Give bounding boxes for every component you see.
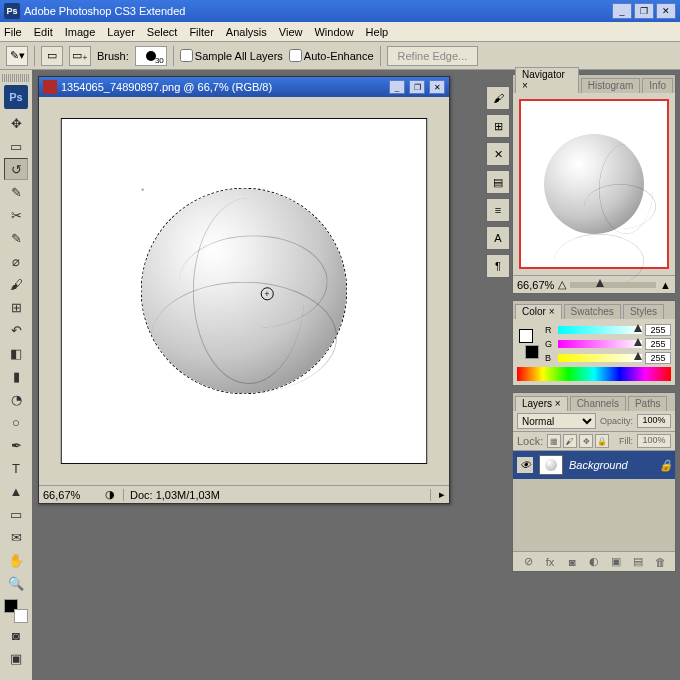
menu-image[interactable]: Image — [65, 26, 96, 38]
color-swatches[interactable] — [4, 599, 28, 623]
lock-transparency-icon[interactable]: ▦ — [547, 434, 561, 448]
menu-filter[interactable]: Filter — [189, 26, 213, 38]
document-titlebar[interactable]: 1354065_74890897.png @ 66,7% (RGB/8) _ ❐… — [39, 77, 449, 97]
zoom-out-icon[interactable]: △ — [558, 278, 566, 291]
lock-position-icon[interactable]: ✥ — [579, 434, 593, 448]
tab-color[interactable]: Color × — [515, 304, 562, 319]
doc-maximize-button[interactable]: ❐ — [409, 80, 425, 94]
auto-enhance-checkbox[interactable]: Auto-Enhance — [289, 49, 374, 62]
maximize-button[interactable]: ❐ — [634, 3, 654, 19]
blur-tool[interactable]: ◔ — [4, 388, 28, 410]
brush-picker[interactable]: 30 — [135, 46, 167, 66]
navigator-preview[interactable] — [519, 99, 669, 269]
lasso-tool[interactable]: ↺ — [4, 158, 28, 180]
tab-paths[interactable]: Paths — [628, 396, 668, 411]
sample-all-checkbox[interactable]: Sample All Layers — [180, 49, 283, 62]
lock-pixels-icon[interactable]: 🖌 — [563, 434, 577, 448]
paragraph-panel-icon[interactable]: ¶ — [486, 254, 510, 278]
eraser-tool[interactable]: ◧ — [4, 342, 28, 364]
gradient-tool[interactable]: ▮ — [4, 365, 28, 387]
tab-navigator[interactable]: Navigator × — [515, 67, 579, 93]
marquee-tool[interactable]: ▭ — [4, 135, 28, 157]
menu-edit[interactable]: Edit — [34, 26, 53, 38]
status-arrow-icon[interactable]: ▸ — [439, 488, 445, 501]
quick-mask-tool[interactable]: ◙ — [4, 624, 28, 646]
new-layer-icon[interactable]: ▤ — [630, 555, 646, 569]
add-selection-icon[interactable]: ▭₊ — [69, 46, 91, 66]
background-swatch[interactable] — [14, 609, 28, 623]
notes-tool[interactable]: ✉ — [4, 526, 28, 548]
path-select-tool[interactable]: ▲ — [4, 480, 28, 502]
menu-view[interactable]: View — [279, 26, 303, 38]
navigator-zoom-slider[interactable] — [570, 282, 656, 288]
brushes-panel-icon[interactable]: 🖌 — [486, 86, 510, 110]
healing-tool[interactable]: ⌀ — [4, 250, 28, 272]
tab-layers[interactable]: Layers × — [515, 396, 568, 411]
minimize-button[interactable]: _ — [612, 3, 632, 19]
menu-analysis[interactable]: Analysis — [226, 26, 267, 38]
r-value[interactable]: 255 — [645, 324, 671, 336]
tab-swatches[interactable]: Swatches — [564, 304, 621, 319]
opacity-value[interactable]: 100% — [637, 414, 671, 428]
layer-thumbnail[interactable] — [539, 455, 563, 475]
type-tool[interactable]: T — [4, 457, 28, 479]
color-spectrum[interactable] — [517, 367, 671, 381]
shape-tool[interactable]: ▭ — [4, 503, 28, 525]
history-brush-tool[interactable]: ↶ — [4, 319, 28, 341]
b-slider[interactable] — [558, 354, 642, 362]
crop-tool[interactable]: ✂ — [4, 204, 28, 226]
color-swatch-pair[interactable] — [517, 327, 541, 361]
menu-file[interactable]: File — [4, 26, 22, 38]
blend-mode-select[interactable]: Normal — [517, 413, 596, 429]
quick-select-tool[interactable]: ✎ — [4, 181, 28, 203]
b-value[interactable]: 255 — [645, 352, 671, 364]
g-slider[interactable] — [558, 340, 642, 348]
eyedropper-tool[interactable]: ✎ — [4, 227, 28, 249]
link-layers-icon[interactable]: ⊘ — [520, 555, 536, 569]
tool-preset-icon[interactable]: ✎▾ — [6, 46, 28, 66]
layer-style-icon[interactable]: fx — [542, 555, 558, 569]
hand-tool[interactable]: ✋ — [4, 549, 28, 571]
tab-histogram[interactable]: Histogram — [581, 78, 641, 93]
delete-layer-icon[interactable]: 🗑 — [652, 555, 668, 569]
screen-mode-tool[interactable]: ▣ — [4, 647, 28, 669]
toolbox-handle[interactable] — [2, 74, 30, 82]
lock-all-icon[interactable]: 🔒 — [595, 434, 609, 448]
tab-channels[interactable]: Channels — [570, 396, 626, 411]
dodge-tool[interactable]: ○ — [4, 411, 28, 433]
new-group-icon[interactable]: ▣ — [608, 555, 624, 569]
brush-tool[interactable]: 🖌 — [4, 273, 28, 295]
clone-panel-icon[interactable]: ⊞ — [486, 114, 510, 138]
layer-name[interactable]: Background — [569, 459, 628, 471]
menu-select[interactable]: Select — [147, 26, 178, 38]
zoom-field[interactable]: 66,67% — [43, 489, 97, 501]
menu-layer[interactable]: Layer — [107, 26, 135, 38]
tool-presets-panel-icon[interactable]: ✕ — [486, 142, 510, 166]
doc-close-button[interactable]: ✕ — [429, 80, 445, 94]
fill-value[interactable]: 100% — [637, 434, 671, 448]
character-panel-icon[interactable]: A — [486, 226, 510, 250]
menu-help[interactable]: Help — [366, 26, 389, 38]
actions-panel-icon[interactable]: ≡ — [486, 198, 510, 222]
doc-minimize-button[interactable]: _ — [389, 80, 405, 94]
layer-mask-icon[interactable]: ◙ — [564, 555, 580, 569]
r-slider[interactable] — [558, 326, 642, 334]
menu-window[interactable]: Window — [314, 26, 353, 38]
tab-info[interactable]: Info — [642, 78, 673, 93]
navigator-zoom-value[interactable]: 66,67% — [517, 279, 554, 291]
zoom-in-icon[interactable]: ▲ — [660, 279, 671, 291]
layer-item-background[interactable]: 👁 Background 🔒 — [513, 451, 675, 479]
g-value[interactable]: 255 — [645, 338, 671, 350]
zoom-tool[interactable]: 🔍 — [4, 572, 28, 594]
document-canvas[interactable]: + — [61, 118, 427, 464]
new-selection-icon[interactable]: ▭ — [41, 46, 63, 66]
close-button[interactable]: ✕ — [656, 3, 676, 19]
pen-tool[interactable]: ✒ — [4, 434, 28, 456]
stamp-tool[interactable]: ⊞ — [4, 296, 28, 318]
visibility-icon[interactable]: 👁 — [517, 457, 533, 473]
move-tool[interactable]: ✥ — [4, 112, 28, 134]
adjustment-layer-icon[interactable]: ◐ — [586, 555, 602, 569]
layer-comps-panel-icon[interactable]: ▤ — [486, 170, 510, 194]
refine-edge-button[interactable]: Refine Edge... — [387, 46, 479, 66]
tab-styles[interactable]: Styles — [623, 304, 664, 319]
